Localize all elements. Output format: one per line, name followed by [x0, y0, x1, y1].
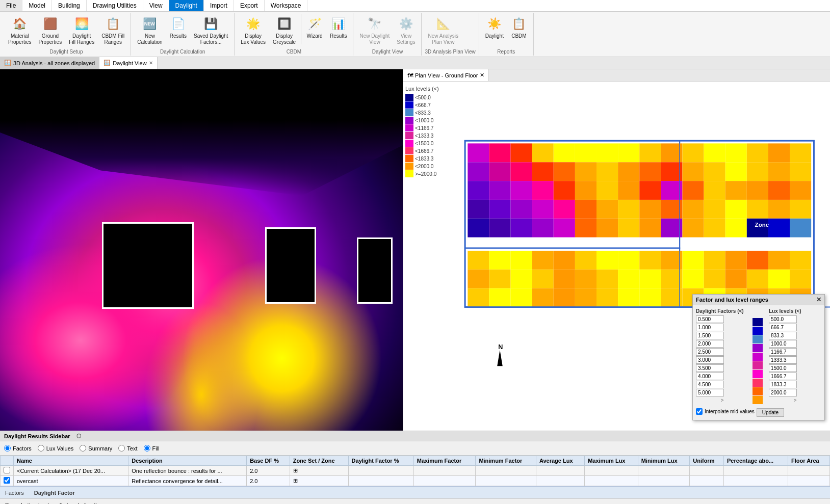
svg-rect-89 — [618, 251, 639, 270]
lux-input-0[interactable] — [769, 315, 797, 323]
daylight-fill-ranges-button[interactable]: 🌅 DaylightFill Ranges — [66, 14, 97, 47]
lux-scroll-down[interactable]: > — [769, 396, 821, 404]
results-button[interactable]: 📄 Results — [167, 14, 190, 41]
row1-check[interactable] — [4, 477, 10, 484]
interpolate-checkbox[interactable] — [696, 408, 703, 415]
doc-tab-daylight-view[interactable]: 🪟 Daylight View ✕ — [99, 57, 157, 69]
material-properties-button[interactable]: 🏠 MaterialProperties — [5, 14, 35, 47]
daylight-report-button[interactable]: ☀️ Daylight — [482, 14, 507, 41]
legend-color-5 — [405, 132, 413, 139]
radio-summary-label[interactable]: Summary — [88, 445, 112, 452]
svg-rect-37 — [532, 181, 554, 200]
swatch-8[interactable] — [753, 387, 763, 395]
factor-input-3[interactable] — [696, 340, 724, 348]
factor-input-2[interactable] — [696, 332, 724, 339]
tab-drawing[interactable]: Drawing Utilities — [87, 0, 143, 11]
tab-model[interactable]: Model — [22, 0, 52, 11]
wizard-button[interactable]: 🪄 Wizard — [303, 14, 326, 41]
radio-fill[interactable] — [144, 445, 150, 452]
radio-text-label[interactable]: Text — [127, 445, 137, 452]
ground-properties-button[interactable]: 🟫 GroundProperties — [36, 14, 65, 47]
svg-rect-65 — [790, 200, 811, 219]
factor-input-7[interactable] — [696, 373, 724, 380]
swatch-3[interactable] — [753, 344, 763, 352]
expand-icon-1[interactable]: ⊞ — [293, 478, 298, 484]
legend-color-0 — [405, 94, 413, 101]
svg-rect-30 — [725, 162, 747, 181]
display-greyscale-button[interactable]: 🔲 DisplayGreyscale — [270, 14, 299, 47]
swatch-0[interactable] — [753, 318, 763, 326]
tab-building[interactable]: Building — [52, 0, 87, 11]
factor-row-3 — [696, 340, 748, 348]
lux-input-9[interactable] — [769, 389, 797, 396]
close-daylight-view[interactable]: ✕ — [149, 60, 153, 66]
tab-export[interactable]: Export — [234, 0, 265, 11]
radio-lux-label[interactable]: Lux Values — [46, 445, 74, 452]
radio-text[interactable] — [118, 445, 125, 452]
svg-rect-117 — [532, 288, 554, 307]
update-button[interactable]: Update — [757, 408, 784, 417]
close-plan-tab[interactable]: ✕ — [480, 72, 484, 78]
factor-popup-close-button[interactable]: ✕ — [816, 296, 821, 303]
new-calculation-button[interactable]: 🆕 NewCalculation — [134, 14, 165, 47]
saved-factors-button[interactable]: 💾 Saved DaylightFactors... — [191, 14, 231, 47]
view-settings-button[interactable]: ⚙️ ViewSettings — [394, 14, 418, 47]
swatch-4[interactable] — [753, 353, 763, 361]
svg-rect-15 — [747, 143, 768, 162]
daylight-report-icon: ☀️ — [486, 16, 503, 32]
factor-input-5[interactable] — [696, 356, 724, 364]
cbdm-results-button[interactable]: 📊 Results — [327, 14, 350, 41]
factor-input-9[interactable] — [696, 389, 724, 396]
plan-tab-ground-floor[interactable]: 🗺 Plan View - Ground Floor ✕ — [403, 69, 489, 81]
lux-input-4[interactable] — [769, 348, 797, 356]
tab-workspace[interactable]: Workspace — [265, 0, 308, 11]
factor-input-6[interactable] — [696, 364, 724, 372]
swatch-5[interactable] — [753, 361, 763, 369]
lux-input-6[interactable] — [769, 364, 797, 372]
results-icon: 📄 — [170, 16, 186, 32]
doc-tab-3d-analysis[interactable]: 🪟 3D Analysis - all zones displayed — [0, 57, 99, 69]
radio-fill-label[interactable]: Fill — [152, 445, 160, 452]
factor-input-4[interactable] — [696, 348, 724, 356]
ribbon-group-3d-plan: 📐 New AnalysisPlan View 3D Analysis Plan… — [422, 13, 479, 56]
tab-import[interactable]: Import — [204, 0, 234, 11]
radio-lux[interactable] — [38, 445, 44, 452]
cbdm-report-button[interactable]: 📋 CBDM — [508, 14, 530, 41]
radio-factors-label[interactable]: Factors — [13, 445, 32, 452]
new-daylight-view-button[interactable]: 🔭 New DaylightView — [356, 14, 393, 47]
lux-input-2[interactable] — [769, 332, 797, 339]
svg-rect-81 — [790, 219, 811, 237]
swatch-7[interactable] — [753, 379, 763, 387]
tab-view[interactable]: View — [143, 0, 169, 11]
radio-summary[interactable] — [80, 445, 86, 452]
lux-input-5[interactable] — [769, 356, 797, 364]
legend-color-10 — [405, 170, 413, 177]
interpolate-label[interactable]: Interpolate mid values — [705, 409, 755, 414]
factor-input-8[interactable] — [696, 381, 724, 388]
tab-daylight[interactable]: Daylight — [169, 0, 204, 11]
3d-scene — [0, 69, 403, 431]
radio-factors[interactable] — [4, 445, 11, 452]
lux-input-3[interactable] — [769, 340, 797, 348]
factor-input-0[interactable] — [696, 315, 724, 323]
factor-row-0 — [696, 315, 748, 323]
row0-check[interactable] — [4, 467, 10, 473]
legend-panel: Lux levels (<) <500.0 <666.7 <833.3 <100… — [403, 82, 454, 431]
swatch-9[interactable] — [753, 396, 763, 404]
cbdm-fill-ranges-button[interactable]: 📋 CBDM FillRanges — [98, 14, 127, 47]
lux-input-1[interactable] — [769, 324, 797, 331]
display-lux-button[interactable]: 🌟 DisplayLux Values — [238, 14, 269, 47]
factor-scroll-down[interactable]: > — [696, 396, 748, 404]
swatch-6[interactable] — [753, 370, 763, 378]
factor-input-1[interactable] — [696, 324, 724, 331]
tab-file[interactable]: File — [0, 0, 22, 11]
lux-input-8[interactable] — [769, 381, 797, 388]
expand-icon-0[interactable]: ⊞ — [293, 467, 298, 473]
svg-rect-73 — [618, 219, 639, 237]
lux-input-7[interactable] — [769, 373, 797, 380]
new-analysis-plan-button[interactable]: 📐 New AnalysisPlan View — [425, 14, 461, 47]
swatch-1[interactable] — [753, 327, 763, 335]
row1-min-lux — [638, 476, 690, 486]
svg-rect-82 — [468, 251, 489, 270]
swatch-2[interactable] — [753, 335, 763, 343]
